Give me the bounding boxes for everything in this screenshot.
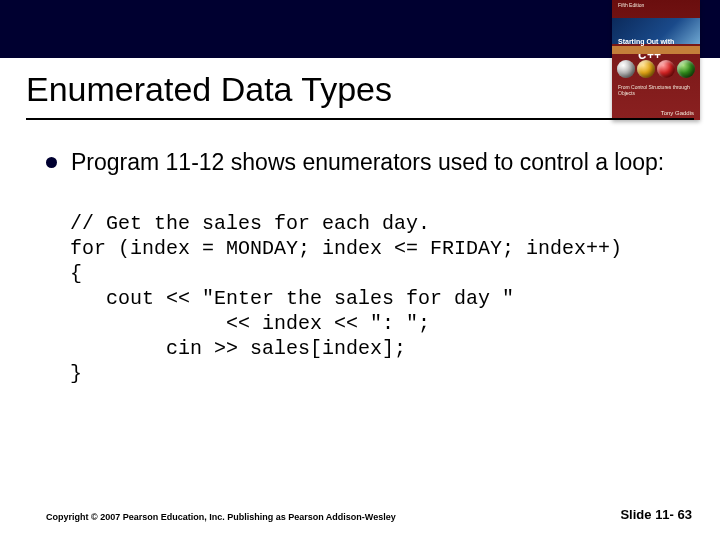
slide: Fifth Edition Starting Out with C++ From… bbox=[0, 0, 720, 540]
book-accent bbox=[612, 46, 700, 54]
book-edition: Fifth Edition bbox=[618, 2, 644, 8]
book-main-title: Starting Out with bbox=[618, 38, 674, 45]
book-art-icon bbox=[612, 54, 700, 84]
book-cover: Fifth Edition Starting Out with C++ From… bbox=[612, 0, 700, 120]
footer: Copyright © 2007 Pearson Education, Inc.… bbox=[46, 507, 692, 522]
slide-number: Slide 11- 63 bbox=[620, 507, 692, 522]
slide-title: Enumerated Data Types bbox=[26, 70, 392, 109]
ball-icon bbox=[657, 60, 675, 78]
book-stripe: Starting Out with C++ bbox=[612, 18, 700, 44]
copyright-text: Copyright © 2007 Pearson Education, Inc.… bbox=[46, 512, 396, 522]
slide-body: Program 11-12 shows enumerators used to … bbox=[46, 148, 688, 386]
book-subtitle: From Control Structures through Objects bbox=[618, 84, 694, 96]
ball-icon bbox=[677, 60, 695, 78]
code-block: // Get the sales for each day. for (inde… bbox=[70, 211, 688, 386]
ball-icon bbox=[637, 60, 655, 78]
bullet-text: Program 11-12 shows enumerators used to … bbox=[71, 148, 664, 177]
bullet-icon bbox=[46, 157, 57, 168]
bullet-item: Program 11-12 shows enumerators used to … bbox=[46, 148, 688, 177]
book-author: Tony Gaddis bbox=[661, 110, 694, 116]
ball-icon bbox=[617, 60, 635, 78]
title-rule bbox=[26, 118, 694, 120]
